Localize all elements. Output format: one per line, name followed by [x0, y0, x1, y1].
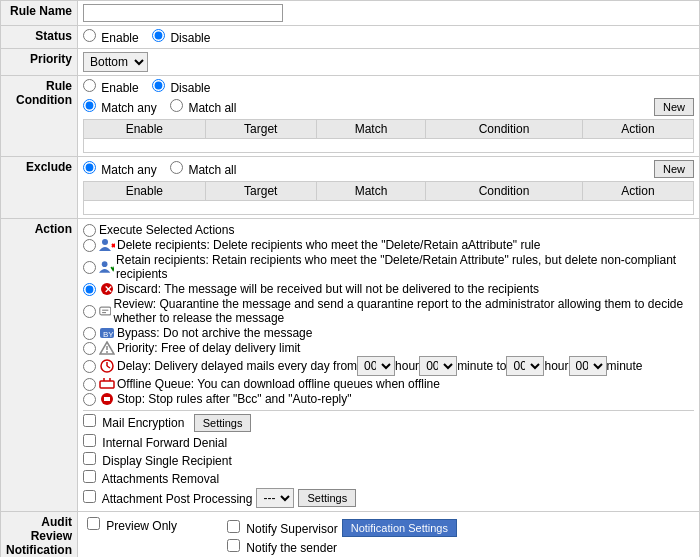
display-single-row: Display Single Recipient — [83, 452, 694, 468]
notify-sender-checkbox[interactable] — [227, 539, 240, 552]
action-priority-radio[interactable] — [83, 342, 96, 355]
action-discard: ✕ Discard: The message will be received … — [83, 282, 694, 296]
rc-disable-radio[interactable] — [152, 79, 165, 92]
svg-text:✕: ✕ — [104, 284, 112, 295]
delay-hour2-select[interactable]: 00 — [506, 356, 544, 376]
action-offline-queue: Offline Queue: You can download offline … — [83, 377, 694, 391]
notify-supervisor-checkbox[interactable] — [227, 520, 240, 533]
rc-disable-label: Disable — [170, 81, 210, 95]
mail-encryption-settings-btn[interactable]: Settings — [194, 414, 252, 432]
rule-name-cell — [78, 1, 700, 26]
ex-col-condition: Condition — [426, 182, 583, 201]
action-execute-label: Execute Selected Actions — [99, 223, 234, 237]
internal-forward-checkbox[interactable] — [83, 434, 96, 447]
attachment-post-select[interactable]: --- — [256, 488, 294, 508]
action-stop-radio[interactable] — [83, 393, 96, 406]
action-retain-label: Retain recipients: Retain recipients who… — [116, 253, 694, 281]
action-delete-radio[interactable] — [83, 239, 96, 252]
status-disable-radio[interactable] — [152, 29, 165, 42]
action-discard-label: Discard: The message will be received bu… — [117, 282, 539, 296]
attachment-post-processing-row: Attachment Post Processing --- Settings — [83, 488, 694, 508]
rc-match-any-radio[interactable] — [83, 99, 96, 112]
display-single-label: Display Single Recipient — [102, 454, 231, 468]
delay-min2-select[interactable]: 00 — [569, 356, 607, 376]
rule-name-input[interactable] — [83, 4, 283, 22]
notify-sender-label: Notify the sender — [246, 541, 337, 555]
svg-rect-6 — [100, 307, 111, 315]
attachment-post-settings-btn[interactable]: Settings — [298, 489, 356, 507]
svg-rect-21 — [104, 397, 110, 401]
action-retain-recipients: Retain recipients: Retain recipients who… — [83, 253, 694, 281]
action-retain-radio[interactable] — [83, 261, 96, 274]
attachments-removal-checkbox[interactable] — [83, 470, 96, 483]
rc-match-any-label: Match any — [101, 101, 156, 115]
action-delay-hour2-label: hour — [544, 359, 568, 373]
person-retain-icon — [99, 260, 114, 274]
audit-preview-cell: Preview Only — [83, 515, 223, 557]
rc-new-button[interactable]: New — [654, 98, 694, 116]
action-label: Action — [1, 219, 78, 512]
action-execute-radio[interactable] — [83, 224, 96, 237]
ex-new-button[interactable]: New — [654, 160, 694, 178]
action-delete-label: Delete recipients: Delete recipients who… — [117, 238, 540, 252]
ex-col-action: Action — [582, 182, 693, 201]
action-offline-radio[interactable] — [83, 378, 96, 391]
delay-hour1-select[interactable]: 00 — [357, 356, 395, 376]
action-bypass-radio[interactable] — [83, 327, 96, 340]
ex-col-enable: Enable — [84, 182, 206, 201]
exclude-label: Exclude — [1, 157, 78, 219]
svg-point-13 — [106, 351, 108, 353]
action-bypass-label: Bypass: Do not archive the message — [117, 326, 312, 340]
internal-forward-row: Internal Forward Denial — [83, 434, 694, 450]
audit-notify-supervisor-row: Notify Supervisor Notification Settings — [227, 519, 690, 537]
action-delay-hour-label: hour — [395, 359, 419, 373]
rc-col-match: Match — [316, 120, 425, 139]
priority-icon — [99, 341, 115, 355]
person-delete-icon — [99, 238, 115, 252]
ex-match-all-radio[interactable] — [170, 161, 183, 174]
ex-col-target: Target — [205, 182, 316, 201]
status-cell: Enable Disable — [78, 26, 700, 49]
review-icon — [99, 304, 111, 318]
attachment-post-label: Attachment Post Processing — [102, 492, 253, 506]
mail-encryption-checkbox[interactable] — [83, 414, 96, 427]
action-delay-radio[interactable] — [83, 360, 96, 373]
action-delay-minute2-label: minute — [607, 359, 643, 373]
rc-col-condition: Condition — [426, 120, 583, 139]
status-label: Status — [1, 26, 78, 49]
attachment-post-checkbox[interactable] — [83, 490, 96, 503]
ex-match-all-label: Match all — [188, 163, 236, 177]
display-single-checkbox[interactable] — [83, 452, 96, 465]
rc-match-all-radio[interactable] — [170, 99, 183, 112]
action-stop: Stop: Stop rules after "Bcc" and "Auto-r… — [83, 392, 694, 406]
status-enable-label: Enable — [101, 31, 138, 45]
priority-select[interactable]: Bottom Top High Normal Low — [83, 52, 148, 72]
action-priority: Priority: Free of delay delivery limit — [83, 341, 694, 355]
delay-min1-select[interactable]: 00 — [419, 356, 457, 376]
action-delay: Delay: Delivery delayed mails every day … — [83, 356, 694, 376]
stop-icon — [99, 392, 115, 406]
rc-empty-row — [84, 139, 694, 153]
action-review-label: Review: Quarantine the message and send … — [113, 297, 694, 325]
exclude-table: Enable Target Match Condition Action — [83, 181, 694, 215]
attachments-removal-row: Attachments Removal — [83, 470, 694, 486]
offline-icon — [99, 377, 115, 391]
status-enable-radio[interactable] — [83, 29, 96, 42]
exclude-cell: Match any Match all New Enable Target Ma… — [78, 157, 700, 219]
ex-match-any-radio[interactable] — [83, 161, 96, 174]
discard-icon: ✕ — [99, 282, 115, 296]
action-discard-radio[interactable] — [83, 283, 96, 296]
mail-encryption-label: Mail Encryption — [102, 416, 184, 430]
rc-enable-radio[interactable] — [83, 79, 96, 92]
rule-condition-cell: Enable Disable Match any Match all — [78, 76, 700, 157]
rc-col-enable: Enable — [84, 120, 206, 139]
action-review-radio[interactable] — [83, 305, 96, 318]
svg-point-0 — [102, 239, 108, 245]
priority-label: Priority — [1, 49, 78, 76]
audit-cell: Preview Only Notify Supervisor Notificat… — [78, 512, 700, 558]
preview-only-checkbox[interactable] — [87, 517, 100, 530]
ex-match-any-label: Match any — [101, 163, 156, 177]
notify-supervisor-label: Notify Supervisor — [246, 522, 337, 536]
action-stop-label: Stop: Stop rules after "Bcc" and "Auto-r… — [117, 392, 352, 406]
notification-settings-btn-1[interactable]: Notification Settings — [342, 519, 457, 537]
